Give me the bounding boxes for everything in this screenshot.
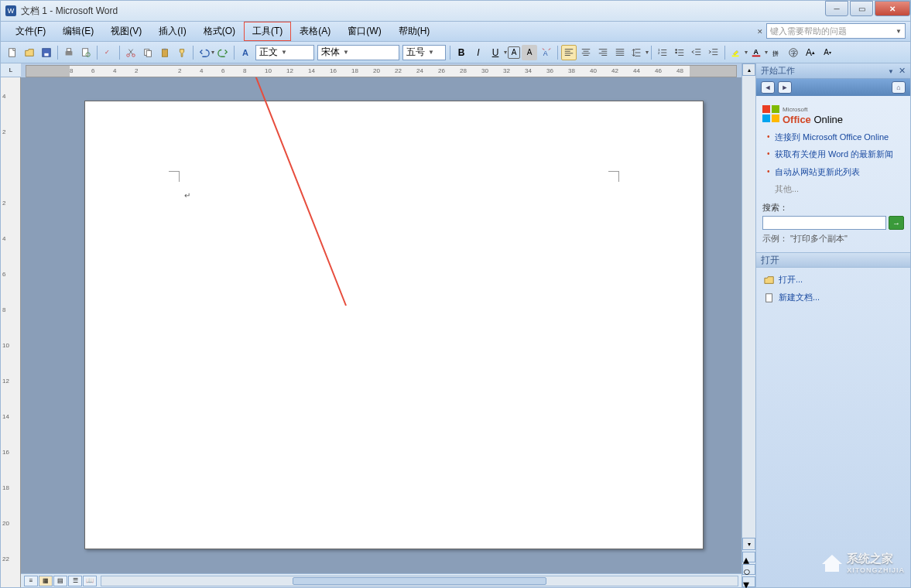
- horizontal-ruler[interactable]: 8642246810121416182022242628303234363840…: [26, 65, 737, 77]
- nav-forward-icon[interactable]: ►: [778, 81, 792, 94]
- nav-home-icon[interactable]: ⌂: [892, 81, 906, 94]
- menu-tools[interactable]: 工具(T): [244, 22, 291, 41]
- menu-insert[interactable]: 插入(I): [150, 22, 194, 41]
- view-buttons-bar: ≡ ▦ ▤ ☰ 📖: [21, 573, 741, 587]
- open-file-link[interactable]: 打开...: [762, 271, 904, 289]
- scroll-down-icon[interactable]: ▾: [742, 538, 755, 550]
- new-doc-icon[interactable]: [5, 45, 20, 60]
- prev-page-icon[interactable]: ▴: [742, 552, 755, 562]
- paste-icon[interactable]: [157, 45, 173, 60]
- undo-dropdown-icon[interactable]: ▾: [211, 49, 214, 56]
- close-button[interactable]: ✕: [875, 1, 910, 16]
- svg-rect-5: [83, 48, 88, 56]
- menu-window[interactable]: 窗口(W): [339, 22, 389, 41]
- font-combo[interactable]: 宋体▼: [317, 45, 399, 60]
- menu-format[interactable]: 格式(O): [195, 22, 244, 41]
- increase-indent-icon[interactable]: [706, 45, 721, 60]
- outline-view-icon[interactable]: ☰: [68, 576, 82, 586]
- style-a-icon[interactable]: A: [238, 45, 253, 60]
- title-bar: W 文档 1 - Microsoft Word ─ ▭ ✕: [0, 0, 911, 22]
- menu-edit[interactable]: 编辑(E): [54, 22, 102, 41]
- svg-rect-0: [9, 48, 15, 56]
- char-scaling-icon[interactable]: A: [539, 45, 554, 60]
- page-area[interactable]: ↵: [21, 77, 741, 573]
- highlight-dropdown-icon[interactable]: ▾: [745, 49, 748, 56]
- open-icon[interactable]: [22, 45, 37, 60]
- print-layout-view-icon[interactable]: ▦: [39, 576, 53, 586]
- cut-icon[interactable]: [123, 45, 139, 60]
- scroll-up-icon[interactable]: ▴: [742, 63, 755, 76]
- horizontal-scrollbar[interactable]: [101, 576, 738, 586]
- align-justify-icon[interactable]: [612, 45, 628, 60]
- window-title: 文档 1 - Microsoft Word: [21, 5, 118, 18]
- next-page-icon[interactable]: ▾: [742, 576, 755, 587]
- print-icon[interactable]: [61, 45, 77, 60]
- font-color-icon[interactable]: A: [748, 45, 764, 60]
- normal-view-icon[interactable]: ≡: [24, 576, 38, 586]
- standard-toolbar: ✓ ▾ A 正文▼ 宋体▼ 五号▼ B I U ▾ A A A ▾ 12 ▾ A…: [0, 42, 911, 63]
- italic-icon[interactable]: I: [471, 45, 486, 60]
- char-shading-icon[interactable]: A: [522, 45, 537, 60]
- align-left-icon[interactable]: [561, 45, 577, 60]
- align-center-icon[interactable]: [578, 45, 594, 60]
- underline-icon[interactable]: U: [488, 45, 503, 60]
- pinyin-icon[interactable]: 拼: [769, 45, 784, 60]
- menu-view[interactable]: 视图(V): [102, 22, 150, 41]
- document-page[interactable]: ↵: [84, 101, 704, 549]
- search-go-button[interactable]: →: [889, 216, 904, 230]
- taskpane-dropdown-icon[interactable]: ▼: [888, 68, 894, 75]
- svg-point-17: [675, 49, 677, 51]
- font-color-dropdown-icon[interactable]: ▾: [765, 49, 768, 56]
- font-size-combo[interactable]: 五号▼: [402, 45, 446, 60]
- spelling-icon[interactable]: ✓: [101, 45, 116, 60]
- svg-point-8: [127, 53, 130, 56]
- line-spacing-icon[interactable]: [629, 45, 645, 60]
- svg-rect-4: [67, 48, 70, 51]
- undo-icon[interactable]: [197, 45, 212, 60]
- menu-help[interactable]: 帮助(H): [390, 22, 439, 41]
- print-preview-icon[interactable]: [78, 45, 94, 60]
- numbering-icon[interactable]: 12: [655, 45, 670, 60]
- menu-table[interactable]: 表格(A): [291, 22, 339, 41]
- bullets-icon[interactable]: [672, 45, 687, 60]
- nav-back-icon[interactable]: ◄: [761, 81, 775, 94]
- doc-close-icon[interactable]: ✕: [757, 28, 763, 36]
- redo-icon[interactable]: [215, 45, 231, 60]
- svg-rect-26: [766, 293, 772, 302]
- enclose-char-icon[interactable]: 字: [786, 45, 801, 60]
- link-other[interactable]: 其他...: [767, 183, 904, 194]
- web-layout-view-icon[interactable]: ▤: [53, 576, 67, 586]
- decrease-indent-icon[interactable]: [689, 45, 704, 60]
- vertical-ruler[interactable]: 42246810121416182022: [1, 77, 21, 587]
- svg-rect-13: [163, 48, 166, 50]
- save-icon[interactable]: [39, 45, 54, 60]
- maximize-button[interactable]: ▭: [850, 1, 873, 16]
- format-painter-icon[interactable]: [174, 45, 190, 60]
- link-update-list[interactable]: 自动从网站更新此列表: [767, 166, 904, 177]
- underline-dropdown-icon[interactable]: ▾: [504, 49, 507, 56]
- minimize-button[interactable]: ─: [825, 1, 848, 16]
- taskpane-close-icon[interactable]: ✕: [899, 66, 906, 75]
- style-combo[interactable]: 正文▼: [255, 45, 314, 60]
- taskpane-search-input[interactable]: [762, 216, 886, 230]
- copy-icon[interactable]: [140, 45, 156, 60]
- spacing-dropdown-icon[interactable]: ▾: [646, 49, 649, 56]
- new-document-link[interactable]: 新建文档...: [762, 289, 904, 306]
- char-border-icon[interactable]: A: [508, 46, 520, 59]
- highlight-icon[interactable]: [728, 45, 744, 60]
- bold-icon[interactable]: B: [454, 45, 469, 60]
- link-word-news[interactable]: 获取有关使用 Word 的最新新闻: [767, 149, 904, 159]
- grow-font-icon[interactable]: A▴: [803, 45, 818, 60]
- align-right-icon[interactable]: [595, 45, 611, 60]
- svg-text:拼: 拼: [772, 50, 779, 56]
- ruler-corner: L: [1, 63, 21, 77]
- menu-file[interactable]: 文件(F): [7, 22, 54, 41]
- reading-view-icon[interactable]: 📖: [83, 576, 97, 586]
- margin-marker-tl: [169, 171, 180, 182]
- shrink-font-icon[interactable]: A▾: [820, 45, 835, 60]
- vertical-scrollbar[interactable]: ▴ ▾ ▴ ○ ▾: [741, 63, 755, 587]
- svg-text:A: A: [543, 49, 548, 56]
- browse-object-icon[interactable]: ○: [742, 564, 755, 575]
- link-connect-office[interactable]: 连接到 Microsoft Office Online: [767, 132, 904, 142]
- help-search-box[interactable]: 键入需要帮助的问题 ▼: [766, 23, 906, 39]
